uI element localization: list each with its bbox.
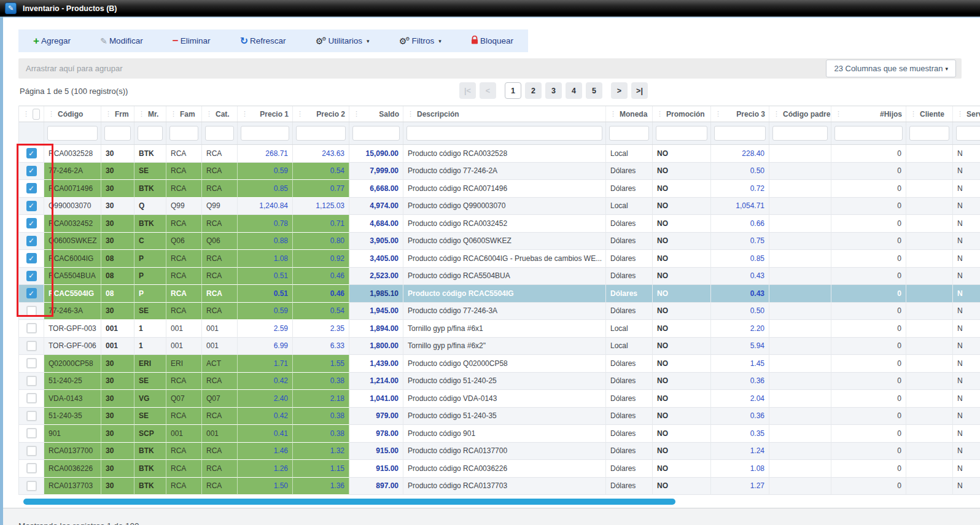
row-checkbox[interactable] [26, 411, 37, 421]
filter-input-mr[interactable] [138, 126, 163, 141]
column-header-promocion[interactable]: ⋮Promoción [653, 106, 711, 122]
filter-input-precio3[interactable] [714, 126, 766, 141]
page-button-5[interactable]: 5 [586, 82, 602, 99]
cell-precio1: 0.42 [238, 408, 293, 426]
filter-input-precio1[interactable] [241, 126, 289, 141]
table-row[interactable]: ✓77-246-2A30SERCARCA0.590.547,999.00Prod… [19, 163, 980, 181]
table-row[interactable]: TOR-GPF-00600110010016.996.331,800.00Tor… [19, 338, 980, 356]
cell-codigo: RCA0137703 [44, 478, 101, 496]
cell-descripcion: Producto código RCA0032528 [403, 145, 606, 163]
utilitarios-dropdown[interactable]: ⚙⚙ Utilitarios ▾ [316, 36, 370, 45]
table-row[interactable]: ✓RCA003245230BTKRCARCA0.780.714,684.00Pr… [19, 215, 980, 233]
table-row[interactable]: VDA-014330VGQ07Q072.402.181,041.00Produc… [19, 390, 980, 408]
column-header-hijos[interactable]: ⋮#Hijos [831, 106, 906, 122]
column-header-precio2[interactable]: ⋮Precio 2 [293, 106, 349, 122]
column-header-precio1[interactable]: ⋮Precio 1 [238, 106, 293, 122]
column-header-codigo_padre[interactable]: ⋮Código padre [769, 106, 831, 122]
last-page-button[interactable]: >| [631, 82, 648, 99]
bloquear-button[interactable]: Bloquear [471, 36, 513, 46]
next-page-button[interactable]: > [611, 82, 628, 99]
row-checkbox[interactable]: ✓ [26, 148, 37, 158]
filter-input-descripcion[interactable] [406, 126, 602, 141]
table-row[interactable]: 90130SCP0010010.410.38978.00Producto cód… [19, 425, 980, 443]
filter-input-promocion[interactable] [656, 126, 707, 141]
column-header-moneda[interactable]: ⋮Moneda [606, 106, 653, 122]
table-row[interactable]: 51-240-3530SERCARCA0.420.38979.00Product… [19, 408, 980, 426]
refrescar-button[interactable]: ↻ Refrescar [240, 36, 286, 46]
column-header-cliente[interactable]: ⋮Cliente [906, 106, 953, 122]
table-row[interactable]: ✓RCA003252830BTKRCARCA268.71243.6315,090… [19, 145, 980, 163]
column-header-mr[interactable]: ⋮Mr. [134, 106, 166, 122]
cell-precio3: 1,054.71 [711, 198, 769, 216]
row-checkbox[interactable]: ✓ [26, 183, 37, 193]
column-header-precio3[interactable]: ⋮Precio 3 [711, 106, 769, 122]
column-header-frm[interactable]: ⋮Frm [101, 106, 134, 122]
row-checkbox[interactable] [26, 341, 37, 351]
page-button-2[interactable]: 2 [525, 82, 542, 99]
row-checkbox[interactable] [26, 323, 37, 333]
table-row[interactable]: 77-246-3A30SERCARCA0.590.541,945.00Produ… [19, 303, 980, 321]
row-checkbox[interactable]: ✓ [26, 218, 37, 228]
column-header-cat[interactable]: ⋮Cat. [202, 106, 238, 122]
row-checkbox[interactable]: ✓ [26, 201, 37, 211]
column-header-servicio[interactable]: ⋮Servi [953, 106, 980, 122]
column-header-descripcion[interactable]: ⋮Descripción [403, 106, 606, 122]
row-checkbox[interactable] [26, 393, 37, 403]
row-checkbox[interactable] [26, 376, 37, 386]
table-row[interactable]: TOR-GPF-00300110010012.592.351,894.00Tor… [19, 320, 980, 338]
table-row[interactable]: ✓RCAC6004IG08PRCARCA1.080.923,405.00Prod… [19, 250, 980, 268]
cell-cliente [906, 285, 953, 303]
row-checkbox[interactable] [26, 481, 37, 491]
filter-input-moneda[interactable] [609, 126, 649, 141]
eliminar-button[interactable]: − Eliminar [173, 36, 211, 46]
row-checkbox[interactable]: ✓ [26, 236, 37, 246]
columns-shown-dropdown[interactable]: 23 Columnas que se muestran ▾ [826, 60, 956, 77]
filter-input-fam[interactable] [169, 126, 198, 141]
page-button-3[interactable]: 3 [545, 82, 562, 99]
table-row[interactable]: Q02000CP5830ERIERIACT1.711.551,439.00Pro… [19, 355, 980, 373]
row-checkbox[interactable] [26, 306, 37, 316]
page-button-1[interactable]: 1 [505, 82, 521, 99]
first-page-button[interactable]: |< [459, 82, 476, 99]
table-row[interactable]: ✓RCA5504BUA08PRCARCA0.510.462,523.00Prod… [19, 268, 980, 286]
cell-codigo_padre [769, 320, 831, 338]
row-checkbox[interactable] [26, 446, 37, 456]
filter-input-precio2[interactable] [296, 126, 346, 141]
row-checkbox[interactable]: ✓ [26, 253, 37, 263]
filter-input-frm[interactable] [104, 126, 131, 141]
column-header-fam[interactable]: ⋮Fam [166, 106, 202, 122]
column-header-codigo[interactable]: ⋮Código [44, 106, 101, 122]
horizontal-scrollbar-thumb[interactable] [23, 499, 675, 505]
filtros-dropdown[interactable]: ⚙⚙ Filtros ▾ [399, 36, 441, 45]
column-header-saldo[interactable]: ⋮Saldo [349, 106, 403, 122]
cell-saldo: 4,974.00 [349, 198, 403, 216]
table-row[interactable]: RCA013770330BTKRCARCA1.501.36897.00Produ… [19, 478, 980, 496]
row-checkbox[interactable]: ✓ [26, 166, 37, 176]
group-by-bar[interactable]: Arrastrar aquí para agrupar 23 Columnas … [18, 58, 962, 79]
table-row[interactable]: RCA013770030BTKRCARCA1.461.32915.00Produ… [19, 443, 980, 461]
filter-input-servicio[interactable] [956, 126, 980, 141]
row-checkbox[interactable]: ✓ [26, 288, 37, 298]
row-checkbox[interactable] [26, 428, 37, 438]
table-row[interactable]: ✓Q0600SWKEZ30CQ06Q060.880.803,905.00Prod… [19, 233, 980, 251]
table-row[interactable]: ✓Q99000307030QQ99Q991,240.841,125.034,97… [19, 198, 980, 216]
table-row[interactable]: RCA003622630BTKRCARCA1.261.15915.00Produ… [19, 460, 980, 478]
filter-input-cliente[interactable] [909, 126, 949, 141]
previous-page-button[interactable]: < [480, 82, 496, 99]
table-row[interactable]: 51-240-2530SERCARCA0.420.381,214.00Produ… [19, 373, 980, 391]
row-checkbox[interactable] [26, 358, 37, 368]
page-button-4[interactable]: 4 [566, 82, 582, 99]
table-row[interactable]: ✓RCAC5504IG08PRCARCA0.510.461,985.10Prod… [19, 285, 980, 303]
filter-input-codigo_padre[interactable] [772, 126, 828, 141]
filter-input-cat[interactable] [205, 126, 234, 141]
filter-input-saldo[interactable] [352, 126, 400, 141]
filter-input-hijos[interactable] [834, 126, 903, 141]
modificar-button[interactable]: ✎ Modificar [100, 36, 143, 45]
table-row[interactable]: ✓RCA007149630BTKRCARCA0.850.776,668.00Pr… [19, 180, 980, 198]
eliminar-label: Eliminar [181, 36, 211, 45]
select-all-checkbox[interactable] [33, 109, 40, 120]
filter-input-codigo[interactable] [47, 126, 98, 141]
row-checkbox[interactable] [26, 463, 37, 473]
agregar-button[interactable]: + Agregar [33, 36, 71, 46]
row-checkbox[interactable]: ✓ [26, 271, 37, 281]
